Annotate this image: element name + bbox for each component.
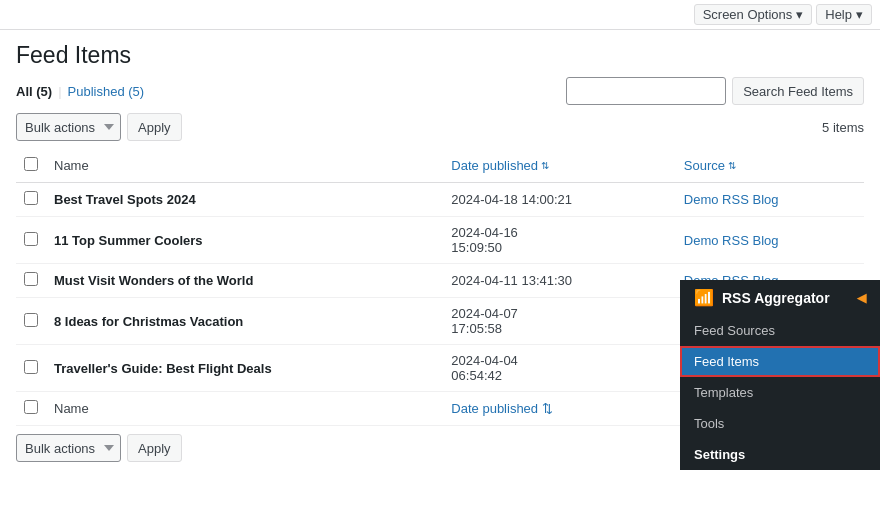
footer-select-all-checkbox[interactable] <box>24 400 38 414</box>
col-source-link[interactable]: Source ⇅ <box>684 158 856 173</box>
select-all-checkbox[interactable] <box>24 157 38 171</box>
row-checkbox-cell <box>16 183 46 217</box>
top-bar: Screen Options ▾ Help ▾ <box>0 0 880 30</box>
col-checkbox <box>16 149 46 183</box>
row-checkbox-1[interactable] <box>24 232 38 246</box>
row-date: 2024-04-04 06:54:42 <box>443 345 675 392</box>
col-date-header[interactable]: Date published ⇅ <box>443 149 675 183</box>
row-checkbox-cell <box>16 298 46 345</box>
row-checkbox-cell <box>16 217 46 264</box>
row-checkbox-2[interactable] <box>24 272 38 286</box>
rss-menu-item-feed-sources[interactable]: Feed Sources <box>680 315 880 346</box>
col-date-link[interactable]: Date published ⇅ <box>451 158 667 173</box>
sort-arrow-icon: ⇅ <box>541 160 549 171</box>
col-source-header[interactable]: Source ⇅ <box>676 149 864 183</box>
rss-icon: 📶 <box>694 288 714 307</box>
row-date: 2024-04-18 14:00:21 <box>443 183 675 217</box>
screen-options-label: Screen Options <box>703 7 793 22</box>
rss-header-label: RSS Aggregator <box>722 290 830 306</box>
row-checkbox-cell <box>16 345 46 392</box>
row-name: Best Travel Spots 2024 <box>46 183 443 217</box>
apply-button-top[interactable]: Apply <box>127 113 182 141</box>
col-name-header: Name <box>46 149 443 183</box>
top-actions-bar: Bulk actions Apply 5 items <box>16 113 864 141</box>
row-checkbox-3[interactable] <box>24 313 38 327</box>
row-date: 2024-04-11 13:41:30 <box>443 264 675 298</box>
search-button[interactable]: Search Feed Items <box>732 77 864 105</box>
row-checkbox-cell <box>16 264 46 298</box>
table-header-row: Name Date published ⇅ Source ⇅ <box>16 149 864 183</box>
row-date: 2024-04-16 15:09:50 <box>443 217 675 264</box>
search-area: Search Feed Items <box>566 77 864 105</box>
col-name-label: Name <box>54 158 89 173</box>
rss-menu: Feed SourcesFeed ItemsTemplatesToolsSett… <box>680 315 880 470</box>
rss-menu-item-templates[interactable]: Templates <box>680 377 880 408</box>
sort-source-arrow-icon: ⇅ <box>728 160 736 171</box>
table-row: Best Travel Spots 20242024-04-18 14:00:2… <box>16 183 864 217</box>
row-source-link[interactable]: Demo RSS Blog <box>684 233 779 248</box>
rss-menu-item-settings[interactable]: Settings <box>680 439 880 470</box>
row-source: Demo RSS Blog <box>676 217 864 264</box>
row-source-link[interactable]: Demo RSS Blog <box>684 192 779 207</box>
items-count: 5 items <box>822 120 864 135</box>
bulk-actions-select-bottom[interactable]: Bulk actions <box>16 434 121 462</box>
row-name: Must Visit Wonders of the World <box>46 264 443 298</box>
search-input[interactable] <box>566 77 726 105</box>
row-checkbox-0[interactable] <box>24 191 38 205</box>
row-date: 2024-04-07 17:05:58 <box>443 298 675 345</box>
screen-options-button[interactable]: Screen Options ▾ <box>694 4 813 25</box>
filter-all[interactable]: All (5) <box>16 84 52 99</box>
help-button[interactable]: Help ▾ <box>816 4 872 25</box>
screen-options-chevron: ▾ <box>796 7 803 22</box>
rss-arrow-icon: ◀ <box>857 291 866 305</box>
footer-col-date[interactable]: Date published ⇅ <box>443 392 675 426</box>
help-chevron: ▾ <box>856 7 863 22</box>
row-name: 11 Top Summer Coolers <box>46 217 443 264</box>
rss-dropdown-overlay: 📶 RSS Aggregator ◀ Feed SourcesFeed Item… <box>680 280 880 470</box>
filter-links: All (5) | Published (5) <box>16 84 144 99</box>
col-date-label: Date published <box>451 158 538 173</box>
col-source-label: Source <box>684 158 725 173</box>
help-label: Help <box>825 7 852 22</box>
apply-button-bottom[interactable]: Apply <box>127 434 182 462</box>
footer-col-name: Name <box>46 392 443 426</box>
footer-checkbox-cell <box>16 392 46 426</box>
footer-date-link[interactable]: Date published ⇅ <box>451 401 552 416</box>
rss-menu-item-tools[interactable]: Tools <box>680 408 880 439</box>
filter-bar: All (5) | Published (5) Search Feed Item… <box>16 77 864 105</box>
row-source: Demo RSS Blog <box>676 183 864 217</box>
row-name: Traveller's Guide: Best Flight Deals <box>46 345 443 392</box>
filter-published[interactable]: Published (5) <box>68 84 145 99</box>
page-title: Feed Items <box>16 42 864 69</box>
rss-menu-item-feed-items[interactable]: Feed Items <box>680 346 880 377</box>
table-row: 11 Top Summer Coolers2024-04-16 15:09:50… <box>16 217 864 264</box>
filter-separator: | <box>58 84 61 99</box>
rss-header: 📶 RSS Aggregator ◀ <box>680 280 880 315</box>
row-name: 8 Ideas for Christmas Vacation <box>46 298 443 345</box>
row-checkbox-4[interactable] <box>24 360 38 374</box>
top-actions-left: Bulk actions Apply <box>16 113 182 141</box>
bulk-actions-select-top[interactable]: Bulk actions <box>16 113 121 141</box>
